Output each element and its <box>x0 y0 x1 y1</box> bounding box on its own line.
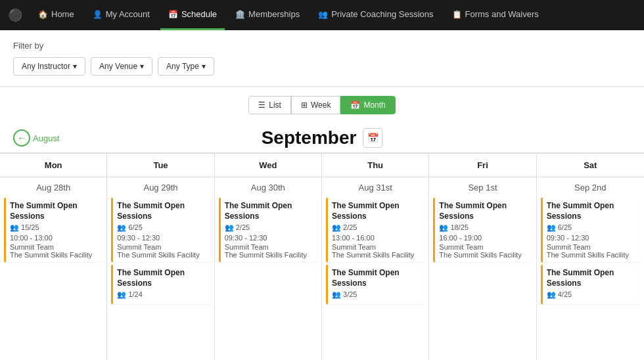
event-time: 10:00 - 13:00 <box>10 234 99 242</box>
filter-bar: Filter by Any Instructor ▾ Any Venue ▾ A… <box>0 30 644 87</box>
nav-forms-label: Forms and Waivers <box>465 9 539 19</box>
event-title: The Summit Open Sessions <box>10 201 99 221</box>
day-header-fri: Fri <box>429 154 536 177</box>
event-time: 16:00 - 19:00 <box>439 234 528 242</box>
event-time: 09:30 - 12:30 <box>117 234 206 242</box>
month-name: September <box>262 127 357 148</box>
week-view-btn[interactable]: ⊞ Week <box>291 96 340 114</box>
coaching-icon: 👥 <box>318 10 328 19</box>
type-filter[interactable]: Any Type ▾ <box>158 57 214 76</box>
nav-forms[interactable]: 📋 Forms and Waivers <box>444 0 547 30</box>
list-view-label: List <box>269 101 281 110</box>
event-card-1-1[interactable]: The Summit Open Sessions👥 1/24 <box>111 265 210 304</box>
calendar-icon: 📅 <box>367 133 379 143</box>
forms-icon: 📋 <box>452 10 462 19</box>
event-team: Summit Team <box>10 243 99 251</box>
prev-month-label: August <box>33 133 59 143</box>
logo: ⚫ <box>8 8 22 22</box>
event-card-5-1[interactable]: The Summit Open Sessions👥 4/25 <box>541 265 640 304</box>
event-team: Summit Team <box>439 243 528 251</box>
nav-memberships[interactable]: 🏛️ Memberships <box>227 0 308 30</box>
cell-date-5: Sep 2nd <box>537 177 644 195</box>
prev-month-nav[interactable]: ← August <box>13 129 59 146</box>
event-card-3-1[interactable]: The Summit Open Sessions👥 3/25 <box>326 265 425 304</box>
event-card-0-0[interactable]: The Summit Open Sessions👥 15/2510:00 - 1… <box>4 198 103 262</box>
week-view-label: Week <box>311 101 331 110</box>
venue-filter[interactable]: Any Venue ▾ <box>91 57 152 76</box>
event-card-3-0[interactable]: The Summit Open Sessions👥 2/2513:00 - 16… <box>326 198 425 262</box>
event-title: The Summit Open Sessions <box>117 268 206 288</box>
event-spots: 👥 3/25 <box>332 290 421 299</box>
event-venue: The Summit Skills Facility <box>547 251 636 259</box>
month-icon: 📅 <box>350 101 360 110</box>
event-team: Summit Team <box>225 243 313 251</box>
month-title: September 📅 <box>262 127 383 148</box>
month-view-btn[interactable]: 📅 Month <box>340 96 395 114</box>
event-card-5-0[interactable]: The Summit Open Sessions👥 6/2509:30 - 12… <box>541 198 640 262</box>
event-time: 09:30 - 12:30 <box>225 234 313 242</box>
event-spots: 👥 2/25 <box>332 223 421 232</box>
top-navigation: ⚫ 🏠 Home 👤 My Account 📅 Schedule 🏛️ Memb… <box>0 0 644 30</box>
calendar-picker-btn[interactable]: 📅 <box>363 128 382 148</box>
day-header-sat: Sat <box>537 154 644 177</box>
event-venue: The Summit Skills Facility <box>332 251 421 259</box>
nav-account-label: My Account <box>106 9 150 19</box>
account-icon: 👤 <box>93 10 103 19</box>
cal-cell-1: Aug 29thThe Summit Open Sessions👥 6/2509… <box>107 177 214 360</box>
event-title: The Summit Open Sessions <box>332 268 421 288</box>
event-team: Summit Team <box>547 243 636 251</box>
event-team: Summit Team <box>332 243 421 251</box>
cal-cell-3: Aug 31stThe Summit Open Sessions👥 2/2513… <box>322 177 429 360</box>
event-card-4-0[interactable]: The Summit Open Sessions👥 18/2516:00 - 1… <box>433 198 532 262</box>
event-title: The Summit Open Sessions <box>117 201 206 221</box>
event-venue: The Summit Skills Facility <box>225 251 313 259</box>
venue-filter-label: Any Venue <box>99 62 137 71</box>
day-header-thu: Thu <box>322 154 429 177</box>
day-header-tue: Tue <box>107 154 214 177</box>
nav-my-account[interactable]: 👤 My Account <box>85 0 158 30</box>
nav-home-label: Home <box>51 9 74 19</box>
cell-date-2: Aug 30th <box>215 177 321 195</box>
nav-home[interactable]: 🏠 Home <box>30 0 82 30</box>
list-icon: ☰ <box>258 101 265 110</box>
cal-cell-4: Sep 1stThe Summit Open Sessions👥 18/2516… <box>429 177 536 360</box>
cal-cell-2: Aug 30thThe Summit Open Sessions👥 2/2509… <box>215 177 322 360</box>
day-header-wed: Wed <box>215 154 322 177</box>
event-title: The Summit Open Sessions <box>332 201 421 221</box>
week-icon: ⊞ <box>301 101 308 110</box>
nav-coaching[interactable]: 👥 Private Coaching Sessions <box>310 0 441 30</box>
prev-arrow-icon: ← <box>13 129 30 146</box>
month-view-label: Month <box>363 101 385 110</box>
view-toggle: ☰ List ⊞ Week 📅 Month <box>0 87 644 121</box>
filter-label: Filter by <box>13 41 631 51</box>
event-spots: 👥 4/25 <box>547 290 636 299</box>
event-title: The Summit Open Sessions <box>547 201 636 221</box>
nav-memberships-label: Memberships <box>248 9 300 19</box>
instructor-filter[interactable]: Any Instructor ▾ <box>13 57 85 76</box>
cell-date-1: Aug 29th <box>107 177 214 195</box>
filter-buttons: Any Instructor ▾ Any Venue ▾ Any Type ▾ <box>13 57 631 76</box>
cal-cell-5: Sep 2ndThe Summit Open Sessions👥 6/2509:… <box>537 177 644 360</box>
event-venue: The Summit Skills Facility <box>117 251 206 259</box>
event-spots: 👥 6/25 <box>547 223 636 232</box>
memberships-icon: 🏛️ <box>235 10 245 19</box>
event-spots: 👥 6/25 <box>117 223 206 232</box>
day-headers: Mon Tue Wed Thu Fri Sat <box>0 152 644 177</box>
event-time: 09:30 - 12:30 <box>547 234 636 242</box>
schedule-icon: 📅 <box>168 10 178 19</box>
list-view-btn[interactable]: ☰ List <box>248 96 291 114</box>
event-spots: 👥 18/25 <box>439 223 528 232</box>
event-venue: The Summit Skills Facility <box>10 251 99 259</box>
event-title: The Summit Open Sessions <box>225 201 313 221</box>
day-header-mon: Mon <box>0 154 107 177</box>
type-filter-label: Any Type <box>166 62 199 71</box>
event-team: Summit Team <box>117 243 206 251</box>
nav-schedule[interactable]: 📅 Schedule <box>160 0 225 30</box>
event-card-1-0[interactable]: The Summit Open Sessions👥 6/2509:30 - 12… <box>111 198 210 262</box>
home-icon: 🏠 <box>38 10 48 19</box>
chevron-down-icon: ▾ <box>202 62 206 71</box>
chevron-down-icon: ▾ <box>73 62 77 71</box>
event-card-2-0[interactable]: The Summit Open Sessions👥 2/2509:30 - 12… <box>219 198 317 262</box>
instructor-filter-label: Any Instructor <box>22 62 70 71</box>
nav-coaching-label: Private Coaching Sessions <box>331 9 433 19</box>
